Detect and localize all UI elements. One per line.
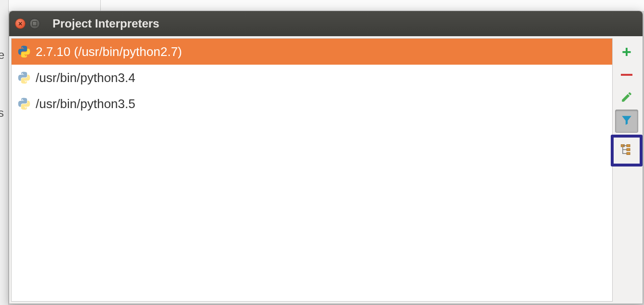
interpreter-item[interactable]: 2.7.10 (/usr/bin/python2.7) [12, 39, 612, 65]
interpreter-item[interactable]: /usr/bin/python3.5 [12, 91, 612, 117]
edit-interpreter-button[interactable] [615, 86, 638, 110]
tree-icon [620, 143, 633, 158]
interpreter-toolbar: + [613, 38, 641, 302]
interpreter-label: /usr/bin/python3.4 [36, 70, 135, 85]
background-panel-top [9, 0, 644, 12]
svg-rect-2 [627, 149, 630, 151]
stub-text: s [0, 106, 4, 120]
window-close-button[interactable] [15, 18, 26, 29]
window-titlebar[interactable]: Project Interpreters [9, 11, 643, 36]
interpreter-label: /usr/bin/python3.5 [36, 97, 135, 111]
divider [100, 0, 101, 12]
interpreter-list[interactable]: 2.7.10 (/usr/bin/python2.7) /usr/bin/pyt… [11, 38, 613, 302]
funnel-icon [620, 114, 633, 128]
python-icon [17, 71, 31, 84]
stub-text: e [0, 48, 4, 62]
interpreter-item[interactable]: /usr/bin/python3.4 [12, 65, 612, 91]
python-icon [17, 97, 31, 111]
background-panel-left: e s [0, 0, 9, 305]
remove-interpreter-button[interactable] [615, 63, 638, 86]
window-minimize-button[interactable] [29, 18, 40, 29]
add-interpreter-button[interactable]: + [615, 40, 638, 63]
plus-icon: + [622, 43, 631, 60]
svg-rect-3 [627, 152, 630, 155]
python-icon [17, 45, 31, 58]
project-interpreters-window: Project Interpreters 2.7.10 (/usr/bin/py… [9, 11, 643, 304]
filter-button[interactable] [615, 110, 638, 133]
minus-icon [621, 74, 632, 76]
svg-rect-1 [627, 145, 630, 147]
window-content: 2.7.10 (/usr/bin/python2.7) /usr/bin/pyt… [9, 36, 643, 304]
show-paths-button[interactable] [611, 135, 643, 166]
interpreter-label: 2.7.10 (/usr/bin/python2.7) [36, 44, 182, 59]
pencil-icon [620, 91, 633, 105]
window-title: Project Interpreters [53, 17, 159, 30]
